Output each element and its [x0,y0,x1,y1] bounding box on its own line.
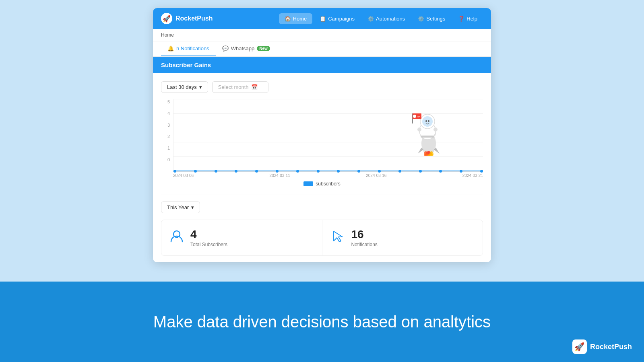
banner-brand-name: RocketPush [590,343,632,351]
brand-icon: 🚀 [161,13,172,24]
chart-area: 5 4 3 2 1 0 [161,99,483,172]
banner-logo-icon: 🚀 [572,339,587,354]
astronaut-illustration: RP [398,95,451,156]
x-label-4: 2024-03-21 [462,173,483,178]
stats-cards: 4 Total Subscribers 16 Notifications [161,220,483,256]
subscriber-label: Total Subscribers [190,242,227,247]
dot-8 [317,170,320,173]
dot-2 [194,170,197,173]
automations-icon: ⚙️ [367,16,374,22]
notifications-label: Notifications [351,242,378,247]
svg-point-21 [433,128,438,132]
month-picker[interactable]: Select month 📅 [212,81,268,93]
nav-campaigns-label: Campaigns [328,16,355,22]
whatsapp-icon: 💬 [222,45,229,51]
svg-point-14 [428,120,429,122]
tab-push-label: h Notifications [176,45,209,51]
dot-12 [398,170,401,173]
date-placeholder: Select month [218,84,249,90]
brand: 🚀 RocketPush [161,13,213,24]
stats-period-label: This Year [167,204,189,210]
y-label-1: 1 [167,146,170,150]
svg-point-18 [413,115,416,118]
y-label-0: 0 [167,157,170,162]
banner-brand: 🚀 RocketPush [572,339,632,354]
x-axis: 2024-03-06 2024-03-11 2024-03-16 2024-03… [161,172,483,178]
breadcrumb: Home [153,29,491,41]
y-label-5: 5 [167,99,170,104]
bottom-banner: Make data driven decisions based on anal… [0,282,644,362]
brand-name: RocketPush [175,15,213,22]
stats-period-dropdown[interactable]: This Year ▾ [161,202,200,213]
tab-bar: 🔔 h Notifications 💬 Whatsapp New [153,41,491,57]
tab-whatsapp[interactable]: 💬 Whatsapp New [216,41,277,56]
nav-automations[interactable]: ⚙️ Automations [362,13,411,24]
nav-help-label: Help [466,16,477,22]
dot-7 [296,170,299,173]
subscriber-gains-header: Subscriber Gains [153,57,491,73]
help-icon: ❓ [458,16,464,22]
stat-card-subscribers: 4 Total Subscribers [161,220,322,255]
svg-point-13 [425,120,427,122]
y-label-3: 3 [167,123,170,128]
subscriber-icon [169,229,184,247]
nav-settings-label: Settings [426,16,445,22]
x-label-2: 2024-03-11 [270,173,290,178]
whatsapp-badge: New [257,46,270,51]
chart-data-line [173,171,483,171]
campaigns-icon: 📋 [320,16,326,22]
nav-automations-label: Automations [376,16,405,22]
stats-chevron-icon: ▾ [191,204,194,210]
legend-color-box [303,181,313,186]
stats-filter: This Year ▾ [161,202,483,213]
breadcrumb-text: Home [161,32,174,38]
nav-home-label: Home [293,16,307,22]
nav-home[interactable]: 🏠 Home [279,13,313,24]
y-label-2: 2 [167,134,170,139]
stat-card-notifications: 16 Notifications [322,220,483,255]
home-icon: 🏠 [285,16,291,22]
dot-10 [357,170,360,173]
tab-whatsapp-label: Whatsapp [231,45,255,51]
svg-text:RP: RP [417,115,420,118]
dot-13 [419,170,422,173]
grid-line-1 [173,156,483,157]
x-label-1: 2024-03-06 [173,173,194,178]
settings-icon: ⚙️ [418,16,424,22]
y-label-4: 4 [167,111,170,116]
notifications-count: 16 [351,228,378,241]
subscriber-count: 4 [190,228,227,241]
period-dropdown[interactable]: Last 30 days ▾ [161,81,208,93]
dot-14 [439,170,442,173]
dot-3 [215,170,217,173]
nav-links: 🏠 Home 📋 Campaigns ⚙️ Automations ⚙️ Set… [279,13,483,24]
nav-settings[interactable]: ⚙️ Settings [412,13,451,24]
chart-legend: subscribers [161,181,483,187]
banner-tagline: Make data driven decisions based on anal… [153,313,491,331]
dot-1 [173,170,176,173]
navbar: 🚀 RocketPush 🏠 Home 📋 Campaigns ⚙️ Autom… [153,8,491,29]
subscriber-gains-title: Subscriber Gains [161,62,211,68]
legend-label: subscribers [316,181,340,187]
chart-plot: RP [173,99,483,172]
svg-rect-22 [421,136,434,138]
y-axis: 5 4 3 2 1 0 [161,99,173,172]
dot-5 [255,170,258,173]
bell-icon: 🔔 [167,45,174,51]
dot-15 [460,170,462,173]
stats-section: This Year ▾ 4 Total Subscribers [153,195,491,262]
cursor-icon [330,229,345,247]
nav-campaigns[interactable]: 📋 Campaigns [314,13,360,24]
svg-point-12 [422,116,433,127]
dot-11 [378,170,381,173]
tab-push-notifications[interactable]: 🔔 h Notifications [161,41,216,56]
svg-point-20 [417,128,421,132]
dot-4 [235,170,237,173]
chart-controls: Last 30 days ▾ Select month 📅 [161,81,483,93]
chart-container: Last 30 days ▾ Select month 📅 5 4 3 2 1 … [153,73,491,195]
nav-help[interactable]: ❓ Help [452,13,483,24]
period-label: Last 30 days [167,84,197,90]
dot-16 [480,170,483,173]
dot-9 [337,170,340,173]
chart-dots [173,171,483,173]
